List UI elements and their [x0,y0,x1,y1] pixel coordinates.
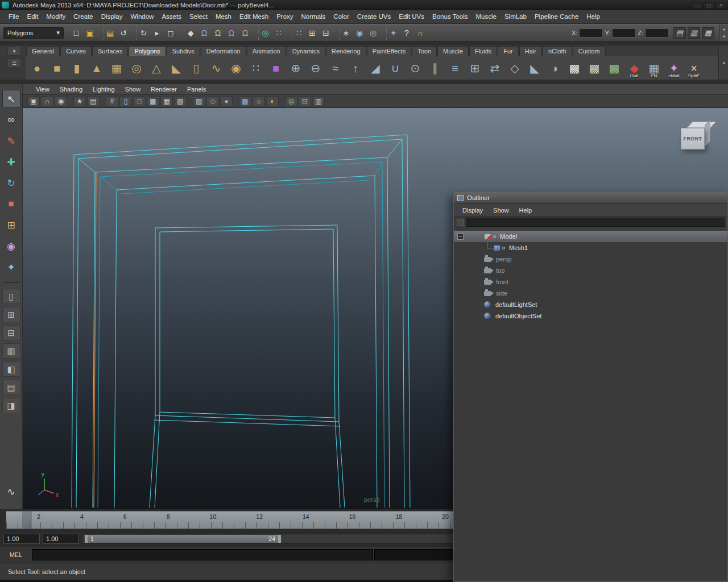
z-input[interactable] [645,28,669,38]
cmoti-shelf-button[interactable]: ✦ cMoti [664,58,684,78]
outliner-filter-input[interactable] [466,218,725,227]
shelf-tab[interactable]: Toon [412,46,437,56]
ssao-icon[interactable]: ◎ [285,96,297,106]
outliner-item-defaultobjectset[interactable]: defaultObjectSet [454,310,727,322]
poly-cylinder-icon[interactable]: ▮ [67,58,86,78]
panel-menu-item[interactable]: Panels [182,86,212,93]
field-chart-icon[interactable]: ▦ [160,96,173,106]
safe-title-icon[interactable]: ▨ [193,96,205,106]
mirror-geometry-icon[interactable]: ⇄ [485,58,504,78]
checker-map-icon[interactable]: ▩ [565,58,584,78]
resolution-gate-icon[interactable]: □ [133,96,146,106]
hypergraph-icon[interactable]: ∿ [2,483,20,500]
isolate-select-icon[interactable]: ⊡ [299,96,311,106]
poly-cone-icon[interactable]: ▲ [87,58,106,78]
ui-collapse-strip[interactable]: ◂ ◂ [719,24,728,41]
shelf-tab[interactable]: Deformation [201,46,246,56]
soft-mod-tool[interactable]: ◉ [2,237,20,255]
outliner-menu-item[interactable]: Help [514,207,537,214]
safe-action-icon[interactable]: ▧ [174,96,187,106]
four-pane-layout[interactable]: ⊞ [2,307,20,322]
merge-vertices-icon[interactable]: ⊙ [406,58,425,78]
render-settings-icon[interactable]: ✦ [386,26,400,40]
x-input[interactable] [579,28,603,38]
lasso-select-tool[interactable]: ∞ [2,111,20,129]
rotate-tool[interactable]: ↻ [2,174,20,192]
help-icon[interactable]: ? [400,26,413,40]
snap-to-view-planes-icon[interactable]: Ω [238,26,252,40]
duplicate-special-icon[interactable]: ∷ [292,26,305,40]
sculpt-polygons-icon[interactable]: ∷ [246,58,266,78]
poly-torus-icon[interactable]: ◎ [127,58,146,78]
outliner-shelf-button[interactable]: ◆ Outl [624,58,644,78]
open-scene-icon[interactable]: ▣ [83,26,97,40]
outliner-item-front[interactable]: front [454,276,727,288]
camera-attributes-icon[interactable]: ◉ [55,96,67,106]
poly-pipe-icon[interactable]: ▯ [187,58,206,78]
outliner-menu-item[interactable]: Show [488,207,514,214]
grid-toggle-icon[interactable]: # [106,96,118,106]
menu-item[interactable]: Create UVs [353,10,395,23]
wireframe-mode-icon[interactable]: ◇ [206,96,219,106]
image-plane-icon[interactable]: ▤ [87,96,100,106]
playback-start-field[interactable] [43,534,79,544]
channel-box-toggle[interactable]: ▦ [702,27,714,39]
maximize-button[interactable]: ▢ [704,2,714,9]
outliner-item-model[interactable]: − Model [454,231,727,242]
extrude-icon[interactable]: ↑ [346,58,365,78]
panel-menu-item[interactable]: Show [120,86,146,93]
new-scene-icon[interactable]: □ [69,26,83,40]
view-cube-top-face[interactable] [687,122,716,128]
textured-mode-icon[interactable]: ▩ [239,96,251,106]
ipr-render-icon[interactable]: ◎ [366,26,380,40]
menu-item[interactable]: Edit [23,10,43,23]
command-line-input[interactable] [32,549,373,560]
outliner-item-side[interactable]: side [454,288,727,299]
three-pane-bottom-layout[interactable]: ▤ [2,380,20,395]
hypershade-checker-icon[interactable]: ▩ [605,58,624,78]
shelf-tab[interactable]: Surfaces [92,46,128,56]
shelf-tab[interactable]: Fluids [469,46,497,56]
save-scene-icon[interactable]: ▤ [103,26,117,40]
snap-to-points-icon[interactable]: Ω [225,26,238,40]
shelf-tab[interactable]: Subdivs [167,46,200,56]
input-connections-icon[interactable]: ⊞ [305,26,319,40]
collapse-expander-icon[interactable]: − [457,234,464,240]
menu-item[interactable]: Display [97,10,127,23]
shelf-menu-icon[interactable]: ☰ [7,59,21,68]
bookmark-icon[interactable]: ★ [73,96,86,106]
menu-item[interactable]: Edit Mesh [235,10,272,23]
select-object-icon[interactable]: ◻ [164,26,177,40]
redo-icon[interactable]: ↻ [136,26,150,40]
quad-draw-icon[interactable]: ◇ [505,58,524,78]
combine-icon[interactable]: ⊕ [286,58,305,78]
poly-prism-icon[interactable]: △ [147,58,166,78]
make-live-icon[interactable]: ◎ [258,26,272,40]
snap-to-grids-icon[interactable]: Ω [197,26,211,40]
panel-menu-item[interactable]: Lighting [88,86,120,93]
menu-item[interactable]: Mesh [212,10,235,23]
menu-item[interactable]: Muscle [471,10,500,23]
shelf-tab[interactable]: Curves [60,46,92,56]
shelf-tab[interactable]: Muscle [437,46,469,56]
y-input[interactable] [612,28,636,38]
undo-icon[interactable]: ↺ [117,26,130,40]
gate-mask-icon[interactable]: ▩ [147,96,159,106]
single-pane-layout[interactable]: ▯ [2,289,20,304]
tool-settings-toggle[interactable]: ▥ [688,27,700,39]
title-bar[interactable]: Autodesk Maya 2013 x64: D:\MAYA PROJECT\… [0,0,728,10]
move-tool[interactable]: ✚ [2,153,20,171]
uv-editor-icon[interactable]: ■ [266,58,286,78]
select-camera-icon[interactable]: ▣ [27,96,40,106]
close-button[interactable]: ✕ [715,2,726,9]
panel-menu-item[interactable]: Shading [55,86,88,93]
select-tool[interactable]: ↖ [2,90,20,108]
smooth-icon[interactable]: ≈ [326,58,345,78]
lighting-all-icon[interactable]: ☼ [253,96,265,106]
outliner-item-top[interactable]: top [454,265,727,276]
insert-edge-loop-icon[interactable]: ∥ [425,58,445,78]
menu-item[interactable]: Create [69,10,97,23]
lock-camera-icon[interactable]: ∩ [41,96,53,106]
shelf-tab[interactable]: PaintEffects [367,46,412,56]
poly-plane-icon[interactable]: ▦ [107,58,126,78]
